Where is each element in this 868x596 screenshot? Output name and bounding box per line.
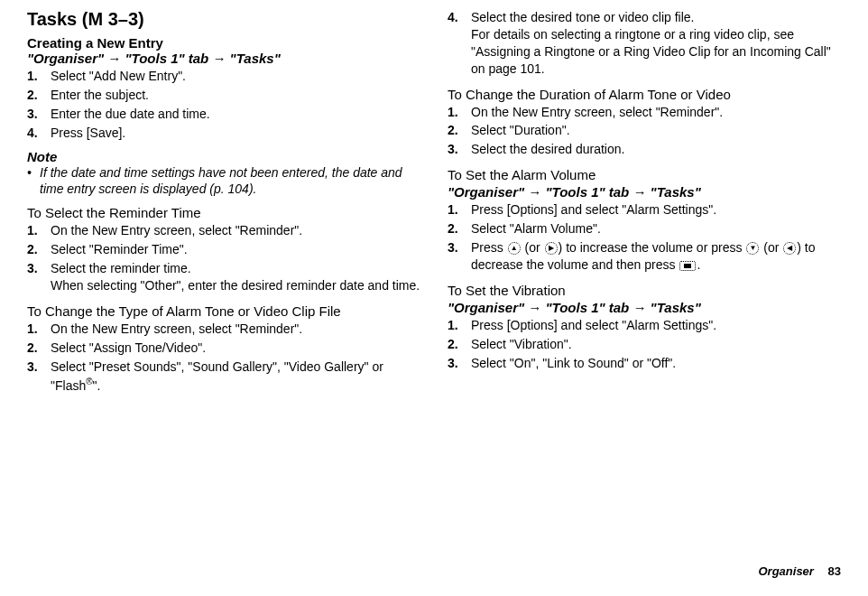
step-item: 3.Select "On", "Link to Sound" or "Off". — [448, 355, 841, 372]
step-item: 4.Press [Save]. — [27, 125, 420, 142]
nav-path-3: "Organiser" → "Tools 1" tab → "Tasks" — [448, 300, 841, 315]
steps-creating: 1.Select "Add New Entry". 2.Enter the su… — [27, 68, 420, 144]
nav-right-icon: ▶ — [545, 242, 558, 255]
step-item: 2.Select "Duration". — [448, 122, 841, 139]
step-item: 3.Enter the due date and time. — [27, 106, 420, 123]
step-item: 1.On the New Entry screen, select "Remin… — [27, 222, 420, 239]
step-item: 1.Select "Add New Entry". — [27, 68, 420, 85]
nav-path-1: "Organiser" → "Tools 1" tab → "Tasks" — [27, 51, 420, 66]
section-alarm-volume: To Set the Alarm Volume — [448, 167, 841, 182]
subheading-creating: Creating a New Entry — [27, 35, 420, 51]
nav-path-2: "Organiser" → "Tools 1" tab → "Tasks" — [448, 184, 841, 200]
nav-up-icon: ▲ — [508, 242, 521, 255]
page-title: Tasks (M 3–3) — [27, 9, 420, 30]
step-item: 1.On the New Entry screen, select "Remin… — [448, 104, 841, 121]
step-item: 1.On the New Entry screen, select "Remin… — [27, 321, 420, 338]
step-item: 3.Select the desired duration. — [448, 141, 841, 158]
right-column: 4. Select the desired tone or video clip… — [448, 9, 841, 564]
page-footer: Organiser 83 — [27, 564, 841, 578]
steps-change-tone: 1.On the New Entry screen, select "Remin… — [27, 321, 420, 396]
step-item: 2.Select "Vibration". — [448, 336, 841, 353]
steps-alarm-volume: 1.Press [Options] and select "Alarm Sett… — [448, 201, 841, 275]
substep-note: When selecting "Other", enter the desire… — [51, 277, 420, 294]
step-item: 2.Select "Alarm Volume". — [448, 220, 841, 237]
step-item: 2.Enter the subject. — [27, 87, 420, 104]
step-item: 1.Press [Options] and select "Alarm Sett… — [448, 317, 841, 334]
steps-step4-continued: 4. Select the desired tone or video clip… — [448, 9, 841, 79]
step-item: 2.Select "Reminder Time". — [27, 241, 420, 258]
step-item: 3. Press ▲ (or ▶) to increase the volume… — [448, 239, 841, 274]
nav-down-icon: ▼ — [746, 242, 759, 255]
note-item: • If the date and time settings have not… — [27, 164, 420, 199]
substep-note: For details on selecting a ringtone or a… — [471, 26, 841, 78]
step-item: 4. Select the desired tone or video clip… — [448, 9, 841, 78]
step-item: 3. Select the reminder time. When select… — [27, 260, 420, 294]
step-item: 3.Select "Preset Sounds", "Sound Gallery… — [27, 359, 420, 394]
section-duration: To Change the Duration of Alarm Tone or … — [448, 87, 841, 102]
steps-duration: 1.On the New Entry screen, select "Remin… — [448, 104, 841, 161]
footer-page-number: 83 — [828, 564, 841, 578]
note-label: Note — [27, 149, 420, 164]
step-item: 2.Select "Assign Tone/Video". — [27, 340, 420, 357]
steps-reminder-time: 1.On the New Entry screen, select "Remin… — [27, 222, 420, 296]
steps-vibration: 1.Press [Options] and select "Alarm Sett… — [448, 317, 841, 374]
section-reminder-time: To Select the Reminder Time — [27, 205, 420, 220]
nav-left-icon: ◀ — [783, 242, 796, 255]
left-column: Tasks (M 3–3) Creating a New Entry "Orga… — [27, 9, 420, 564]
center-key-icon — [679, 261, 696, 271]
section-vibration: To Set the Vibration — [448, 283, 841, 298]
step-item: 1.Press [Options] and select "Alarm Sett… — [448, 201, 841, 219]
section-change-tone: To Change the Type of Alarm Tone or Vide… — [27, 303, 420, 319]
footer-section: Organiser — [758, 564, 813, 578]
